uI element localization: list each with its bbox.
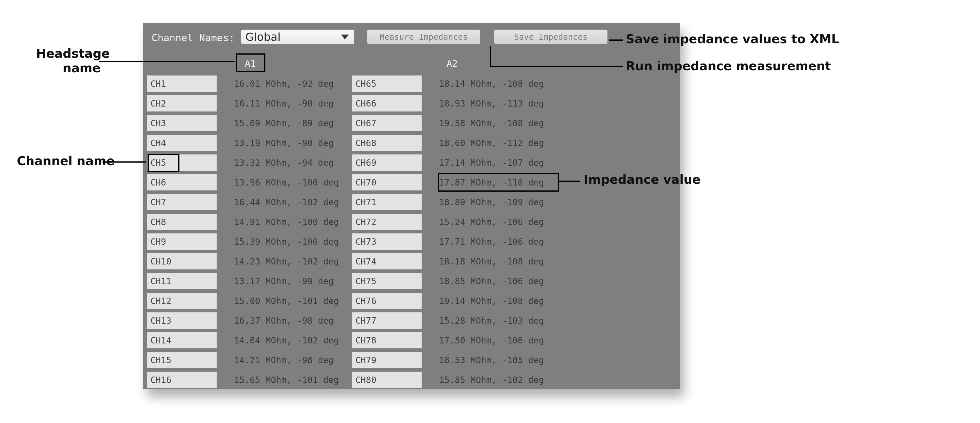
channel-name-cell[interactable]: CH65 — [352, 75, 422, 92]
channel-name-cell[interactable]: CH74 — [352, 253, 422, 269]
table-row: CH513.32 MOhm, -94 deg — [147, 154, 350, 172]
channel-names-select-value: Global — [245, 30, 280, 43]
chevron-down-icon — [341, 35, 349, 39]
impedance-value-cell: 14.23 MOhm, -102 deg — [234, 253, 339, 269]
table-row: CH116.01 MOhm, -92 deg — [147, 75, 350, 94]
impedance-value-cell: 13.32 MOhm, -94 deg — [234, 154, 334, 171]
channel-name-cell[interactable]: CH76 — [352, 293, 422, 309]
channel-name-cell[interactable]: CH7 — [147, 194, 216, 210]
table-row: CH7418.18 MOhm, -108 deg — [352, 253, 555, 271]
table-row: CH1014.23 MOhm, -102 deg — [147, 253, 350, 271]
impedance-value-cell: 16.44 MOhm, -102 deg — [234, 194, 339, 210]
table-row: CH6618.93 MOhm, -113 deg — [352, 95, 555, 113]
table-row: CH1414.64 MOhm, -102 deg — [147, 332, 350, 350]
connector-channel-name — [102, 161, 146, 162]
channel-name-cell[interactable]: CH2 — [147, 95, 216, 111]
anno-impedance-value: Impedance value — [584, 172, 701, 187]
channel-name-cell[interactable]: CH77 — [352, 312, 422, 329]
connector-impedance-value — [559, 181, 580, 182]
channel-names-label: Channel Names: — [151, 32, 235, 43]
table-row: CH7619.14 MOhm, -108 deg — [352, 293, 555, 311]
connector-run-desc-v — [490, 46, 491, 67]
table-row: CH6518.14 MOhm, -108 deg — [352, 75, 555, 94]
impedance-panel: Channel Names: Global Measure Impedances… — [143, 23, 680, 389]
table-row: CH716.44 MOhm, -102 deg — [147, 194, 350, 212]
anno-save-desc: Save impedance values to XML — [626, 32, 839, 46]
channel-name-cell[interactable]: CH73 — [352, 234, 422, 250]
channel-name-cell[interactable]: CH6 — [147, 174, 216, 191]
table-row: CH6719.58 MOhm, -108 deg — [352, 115, 555, 133]
impedance-value-cell: 15.39 MOhm, -100 deg — [234, 234, 339, 250]
impedance-value-cell: 16.37 MOhm, -98 deg — [234, 312, 334, 329]
table-row: CH7715.28 MOhm, -103 deg — [352, 312, 555, 331]
table-row: CH1615.65 MOhm, -101 deg — [147, 372, 350, 389]
channel-name-cell[interactable]: CH67 — [352, 115, 422, 131]
impedance-value-cell: 13.17 MOhm, -99 deg — [234, 273, 334, 289]
impedance-value-cell: 14.64 MOhm, -102 deg — [234, 332, 339, 348]
table-row: CH8015.85 MOhm, -102 deg — [352, 372, 555, 389]
table-row: CH7518.85 MOhm, -106 deg — [352, 273, 555, 291]
anno-channel-name: Channel name — [17, 154, 115, 168]
channel-name-cell[interactable]: CH14 — [147, 332, 216, 348]
impedance-value-cell: 18.85 MOhm, -106 deg — [439, 273, 544, 289]
channel-name-cell[interactable]: CH70 — [352, 174, 422, 191]
channel-name-cell[interactable]: CH15 — [147, 352, 216, 368]
table-row: CH413.19 MOhm, -90 deg — [147, 135, 350, 153]
headstage-a1-header: A1 — [242, 58, 259, 69]
channel-name-cell[interactable]: CH4 — [147, 135, 216, 151]
column-a2: CH6518.14 MOhm, -108 degCH6618.93 MOhm, … — [352, 75, 555, 389]
impedance-value-cell: 14.91 MOhm, -100 deg — [234, 214, 339, 230]
measure-impedances-button[interactable]: Measure Impedances — [367, 30, 480, 44]
impedance-value-cell: 18.53 MOhm, -105 deg — [439, 352, 544, 368]
table-row: CH1514.21 MOhm, -98 deg — [147, 352, 350, 370]
impedance-value-cell: 15.24 MOhm, -106 deg — [439, 214, 544, 230]
channel-name-cell[interactable]: CH69 — [352, 154, 422, 171]
anno-headstage-name-l1: Headstage — [36, 46, 110, 61]
channel-name-cell[interactable]: CH8 — [147, 214, 216, 230]
impedance-value-cell: 17.87 MOhm, -110 deg — [439, 174, 544, 191]
table-row: CH814.91 MOhm, -100 deg — [147, 214, 350, 232]
impedance-value-cell: 15.28 MOhm, -103 deg — [439, 312, 544, 329]
column-a1: CH116.01 MOhm, -92 degCH216.11 MOhm, -90… — [147, 75, 350, 389]
channel-name-cell[interactable]: CH75 — [352, 273, 422, 289]
channel-name-cell[interactable]: CH13 — [147, 312, 216, 329]
connector-headstage-name — [99, 61, 235, 62]
impedance-value-cell: 18.60 MOhm, -112 deg — [439, 135, 544, 151]
impedance-value-cell: 14.21 MOhm, -98 deg — [234, 352, 334, 368]
impedance-value-cell: 19.14 MOhm, -108 deg — [439, 293, 544, 309]
channel-name-cell[interactable]: CH12 — [147, 293, 216, 309]
channel-name-cell[interactable]: CH9 — [147, 234, 216, 250]
table-row: CH1215.00 MOhm, -101 deg — [147, 293, 350, 311]
table-row: CH7215.24 MOhm, -106 deg — [352, 214, 555, 232]
channel-name-cell[interactable]: CH68 — [352, 135, 422, 151]
channel-name-cell[interactable]: CH11 — [147, 273, 216, 289]
impedance-value-cell: 15.85 MOhm, -102 deg — [439, 372, 544, 388]
table-row: CH6818.60 MOhm, -112 deg — [352, 135, 555, 153]
channel-name-cell[interactable]: CH10 — [147, 253, 216, 269]
channel-name-cell[interactable]: CH71 — [352, 194, 422, 210]
channel-name-cell[interactable]: CH79 — [352, 352, 422, 368]
channel-name-cell[interactable]: CH3 — [147, 115, 216, 131]
save-impedances-button[interactable]: Save Impedances — [494, 30, 608, 44]
headstage-a2-header: A2 — [443, 58, 461, 69]
connector-run-desc-h — [490, 66, 623, 67]
table-row: CH7918.53 MOhm, -105 deg — [352, 352, 555, 370]
table-row: CH613.96 MOhm, -100 deg — [147, 174, 350, 192]
channel-names-select[interactable]: Global — [241, 30, 354, 44]
table-row: CH7317.71 MOhm, -106 deg — [352, 234, 555, 251]
table-row: CH915.39 MOhm, -100 deg — [147, 234, 350, 251]
channel-name-cell[interactable]: CH5 — [147, 154, 216, 171]
channel-name-cell[interactable]: CH72 — [352, 214, 422, 230]
impedance-value-cell: 16.11 MOhm, -90 deg — [234, 95, 334, 111]
impedance-value-cell: 17.14 MOhm, -107 deg — [439, 154, 544, 171]
channel-name-cell[interactable]: CH16 — [147, 372, 216, 388]
table-row: CH7017.87 MOhm, -110 deg — [352, 174, 555, 192]
channel-name-cell[interactable]: CH80 — [352, 372, 422, 388]
impedance-value-cell: 18.89 MOhm, -109 deg — [439, 194, 544, 210]
table-row: CH7118.89 MOhm, -109 deg — [352, 194, 555, 212]
channel-name-cell[interactable]: CH78 — [352, 332, 422, 348]
impedance-value-cell: 18.18 MOhm, -108 deg — [439, 253, 544, 269]
channel-name-cell[interactable]: CH66 — [352, 95, 422, 111]
impedance-value-cell: 15.65 MOhm, -101 deg — [234, 372, 339, 388]
channel-name-cell[interactable]: CH1 — [147, 75, 216, 92]
